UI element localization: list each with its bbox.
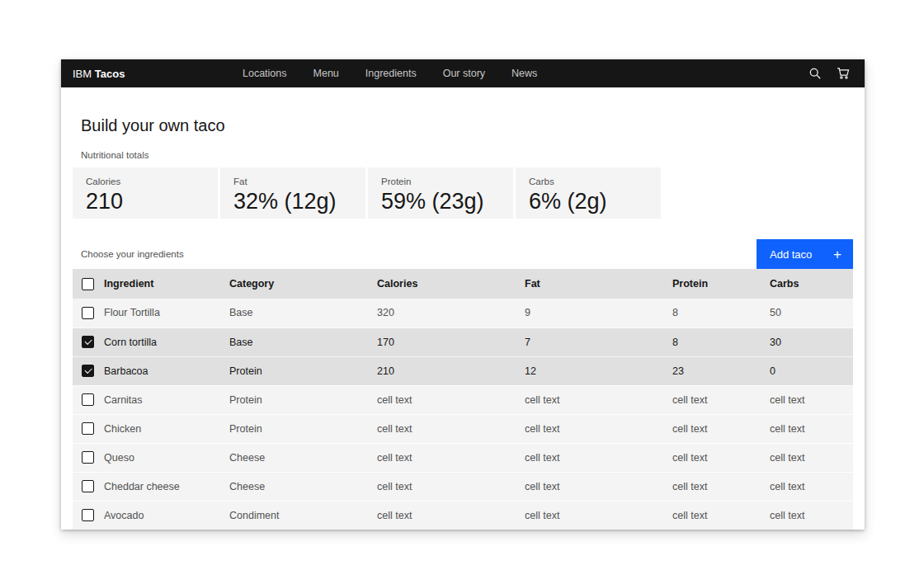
cell-category: Condiment [229, 501, 377, 530]
cell-fat: 7 [525, 327, 672, 356]
cell-category: Cheese [229, 443, 377, 472]
cell-category: Cheese [229, 472, 377, 501]
row-checkbox[interactable] [82, 307, 94, 319]
cell-calories: cell text [377, 472, 525, 501]
app-window: IBM Tacos Locations Menu Ingredients Our… [0, 0, 924, 584]
main-nav: Locations Menu Ingredients Our story New… [229, 59, 550, 87]
nav-item-ingredients[interactable]: Ingredients [352, 59, 430, 87]
tile-label: Carbs [529, 176, 648, 187]
cell-ingredient: Carnitas [104, 385, 229, 414]
nutrition-tiles: Calories 210 Fat 32% (12g) Protein 59% (… [73, 167, 853, 219]
column-header-fat[interactable]: Fat [525, 269, 672, 299]
column-header-ingredient[interactable]: Ingredient [104, 269, 229, 299]
cell-fat: 12 [525, 356, 672, 385]
table-row[interactable]: Chicken Protein cell text cell text cell… [73, 414, 853, 443]
cell-calories: cell text [377, 414, 525, 443]
cell-calories: cell text [377, 385, 525, 414]
row-checkbox[interactable] [82, 422, 94, 435]
cell-carbs: cell text [770, 385, 853, 414]
cell-ingredient: Avocado [104, 501, 229, 530]
table-row[interactable]: Corn tortilla Base 170 7 8 30 [73, 327, 853, 356]
cell-fat: cell text [525, 443, 672, 472]
table-toolbar: Choose your ingredients Add taco + [73, 239, 853, 269]
cell-protein: cell text [672, 414, 770, 443]
cell-fat: 9 [525, 299, 672, 327]
cell-category: Protein [229, 385, 377, 414]
cell-category: Protein [229, 414, 377, 443]
column-header-calories[interactable]: Calories [377, 269, 525, 299]
cell-carbs: 50 [770, 299, 853, 327]
shopping-cart-icon [837, 67, 850, 80]
table-row[interactable]: Queso Cheese cell text cell text cell te… [73, 443, 853, 472]
row-checkbox[interactable] [82, 480, 94, 492]
column-header-carbs[interactable]: Carbs [770, 269, 853, 299]
brand-prefix: IBM [73, 68, 92, 80]
cell-calories: cell text [377, 501, 525, 530]
tile-value: 6% (2g) [529, 188, 648, 214]
table-row[interactable]: Avocado Condiment cell text cell text ce… [73, 501, 853, 530]
totals-label: Nutritional totals [81, 149, 845, 161]
tile-protein: Protein 59% (23g) [368, 167, 513, 219]
tile-value: 59% (23g) [381, 188, 500, 214]
column-header-protein[interactable]: Protein [672, 269, 770, 299]
cell-fat: cell text [525, 472, 672, 501]
nav-item-menu[interactable]: Menu [300, 59, 352, 87]
cell-fat: cell text [525, 414, 672, 443]
table-row[interactable]: Carnitas Protein cell text cell text cel… [73, 385, 853, 414]
ingredients-table: Ingredient Category Calories Fat Protein… [73, 269, 853, 530]
tile-label: Fat [233, 176, 352, 187]
row-checkbox[interactable] [82, 451, 94, 464]
cell-ingredient: Cheddar cheese [104, 472, 229, 501]
nav-item-locations[interactable]: Locations [229, 59, 300, 87]
cell-ingredient: Corn tortilla [104, 327, 229, 356]
app-card: IBM Tacos Locations Menu Ingredients Our… [61, 59, 865, 530]
table-header-row: Ingredient Category Calories Fat Protein… [73, 269, 853, 299]
cell-calories: 170 [377, 327, 525, 356]
row-checkbox[interactable] [82, 336, 94, 348]
cell-carbs: cell text [770, 443, 853, 472]
cell-carbs: cell text [770, 472, 853, 501]
cell-protein: 8 [672, 327, 770, 356]
table-row[interactable]: Flour Tortilla Base 320 9 8 50 [73, 299, 853, 327]
row-checkbox[interactable] [82, 365, 94, 377]
add-taco-button[interactable]: Add taco + [757, 239, 853, 269]
nav-item-news[interactable]: News [498, 59, 550, 87]
cell-calories: 210 [377, 356, 525, 385]
tile-value: 210 [86, 188, 205, 214]
tile-calories: Calories 210 [73, 167, 218, 219]
cell-ingredient: Barbacoa [104, 356, 229, 385]
row-checkbox[interactable] [82, 509, 94, 521]
cell-carbs: cell text [770, 414, 853, 443]
cell-category: Base [229, 327, 377, 356]
table-row[interactable]: Barbacoa Protein 210 12 23 0 [73, 356, 853, 385]
ingredients-label: Choose your ingredients [81, 248, 184, 260]
cell-protein: cell text [672, 472, 770, 501]
page-title: Build your own taco [81, 115, 845, 135]
cell-category: Protein [229, 356, 377, 385]
main-content: Build your own taco Nutritional totals C… [61, 115, 865, 530]
cell-calories: cell text [377, 443, 525, 472]
column-header-category[interactable]: Category [229, 269, 377, 299]
select-all-checkbox[interactable] [82, 278, 94, 290]
cell-protein: cell text [672, 385, 770, 414]
nav-item-our-story[interactable]: Our story [430, 59, 498, 87]
top-nav: IBM Tacos Locations Menu Ingredients Our… [61, 59, 865, 87]
cell-fat: cell text [525, 501, 672, 530]
tile-carbs: Carbs 6% (2g) [516, 167, 661, 219]
cell-protein: cell text [672, 501, 770, 530]
plus-icon: + [833, 247, 842, 261]
search-button[interactable] [804, 62, 827, 85]
cell-protein: 8 [672, 299, 770, 327]
search-icon [808, 67, 822, 80]
cell-carbs: 0 [770, 356, 853, 385]
cell-ingredient: Flour Tortilla [104, 299, 229, 327]
cell-calories: 320 [377, 299, 525, 327]
cell-carbs: cell text [770, 501, 853, 530]
row-checkbox[interactable] [82, 393, 94, 406]
nav-actions [804, 62, 855, 85]
cart-button[interactable] [832, 62, 855, 85]
brand-link[interactable]: IBM Tacos [73, 68, 229, 80]
tile-label: Calories [86, 176, 205, 187]
table-row[interactable]: Cheddar cheese Cheese cell text cell tex… [73, 472, 853, 501]
brand-name: Tacos [95, 68, 125, 80]
